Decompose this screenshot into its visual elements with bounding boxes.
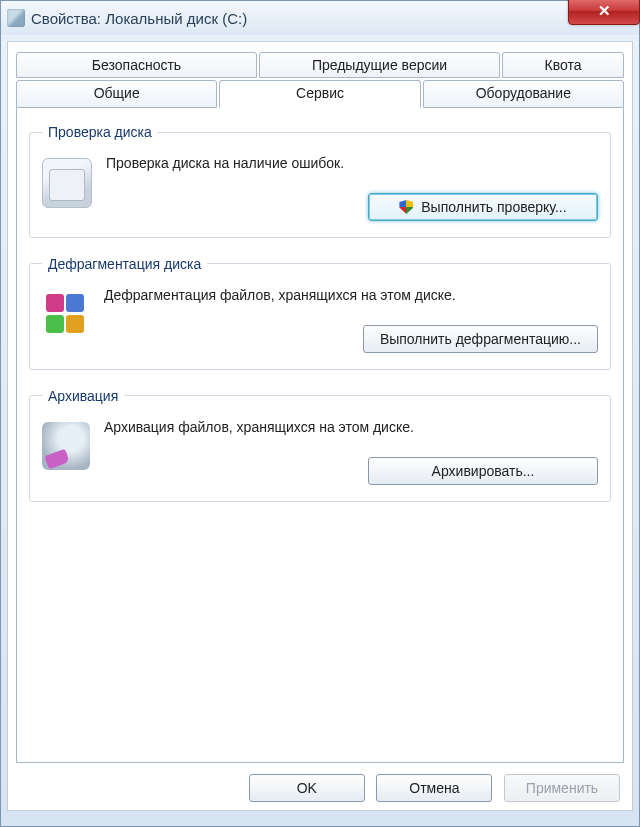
backup-icon [42,422,90,470]
check-disk-icon [42,158,92,208]
titlebar: Свойства: Локальный диск (C:) ✕ [1,1,639,35]
group-check-disk-legend: Проверка диска [42,124,158,140]
close-button[interactable]: ✕ [568,0,640,25]
group-backup: Архивация Архивация файлов, хранящихся н… [29,388,611,502]
defrag-now-button[interactable]: Выполнить дефрагментацию... [363,325,598,353]
dialog-button-row: OK Отмена Применить [16,764,624,802]
group-defrag-legend: Дефрагментация диска [42,256,207,272]
window-title: Свойства: Локальный диск (C:) [31,10,247,27]
backup-now-button[interactable]: Архивировать... [368,457,598,485]
drive-icon [7,9,25,27]
close-icon: ✕ [598,2,611,20]
dialog-body: Безопасность Предыдущие версии Квота Общ… [7,41,633,811]
tab-tools[interactable]: Сервис [219,80,420,108]
defrag-description: Дефрагментация файлов, хранящихся на это… [104,286,598,305]
properties-dialog: Свойства: Локальный диск (C:) ✕ Безопасн… [0,0,640,827]
group-check-disk: Проверка диска Проверка диска на наличие… [29,124,611,238]
tab-general[interactable]: Общие [16,80,217,108]
group-defrag: Дефрагментация диска Дефрагментация файл… [29,256,611,370]
cancel-button[interactable]: Отмена [376,774,492,802]
check-now-button-label: Выполнить проверку... [421,199,566,215]
backup-now-button-label: Архивировать... [432,463,535,479]
defrag-now-button-label: Выполнить дефрагментацию... [380,331,581,347]
tabstrip: Безопасность Предыдущие версии Квота Общ… [16,52,624,110]
check-disk-description: Проверка диска на наличие ошибок. [106,154,598,173]
check-now-button[interactable]: Выполнить проверку... [368,193,598,221]
tab-security[interactable]: Безопасность [16,52,257,78]
defrag-icon [42,290,90,338]
tab-previous-versions[interactable]: Предыдущие версии [259,52,500,78]
tab-hardware[interactable]: Оборудование [423,80,624,108]
tab-content-tools: Проверка диска Проверка диска на наличие… [16,108,624,763]
uac-shield-icon [399,200,413,214]
group-backup-legend: Архивация [42,388,124,404]
ok-button[interactable]: OK [249,774,365,802]
backup-description: Архивация файлов, хранящихся на этом дис… [104,418,598,437]
tab-quota[interactable]: Квота [502,52,624,78]
apply-button: Применить [504,774,620,802]
